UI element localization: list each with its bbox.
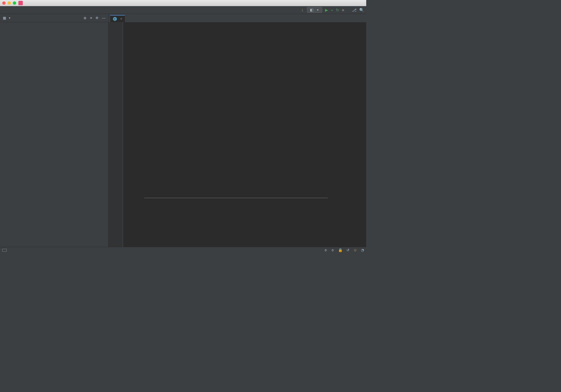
code-editor[interactable] <box>109 22 366 247</box>
fullscreen-window-button[interactable] <box>13 1 16 5</box>
lock-icon[interactable]: 🔒 <box>338 248 343 252</box>
run-icon[interactable]: ▶ <box>325 8 328 12</box>
titlebar <box>0 0 366 6</box>
class-file-icon: C <box>113 17 117 21</box>
editor-tabs: C × <box>109 14 366 22</box>
collapse-all-icon[interactable]: ≡ <box>90 16 92 20</box>
editor-tab[interactable]: C × <box>110 15 125 22</box>
gear-icon[interactable]: ✲ <box>95 16 99 20</box>
debug-icon[interactable]: ⌁ <box>331 8 333 12</box>
code-completion-popup[interactable] <box>144 198 328 198</box>
run-with-coverage-icon[interactable]: ↻ <box>336 8 339 12</box>
build-hammer-icon[interactable]: ⤹ <box>301 8 304 12</box>
close-tab-icon[interactable]: × <box>120 17 122 21</box>
search-everywhere-icon[interactable]: 🔍 <box>359 8 364 12</box>
editor-area: C × <box>109 14 366 247</box>
app-icon <box>18 1 23 5</box>
chevron-down-icon: ▼ <box>317 9 319 11</box>
line-separator[interactable]: ≑ <box>324 248 327 252</box>
scroll-to-source-icon[interactable]: ⊕ <box>83 16 87 20</box>
status-bar: ≑ ≑ 🔒 ↺ ☺ ◔ <box>0 247 366 253</box>
project-sidebar: ▦ ▼ ⊕ ≡ ✲ — <box>0 14 109 247</box>
breadcrumb-toolbar: ⤹ ◧ ▼ ▶ ⌁ ↻ ■ ⎇ 🔍 <box>0 6 366 14</box>
sync-icon[interactable]: ↺ <box>346 248 350 252</box>
memory-icon[interactable]: ◔ <box>361 248 364 252</box>
close-window-button[interactable] <box>2 1 6 5</box>
tool-windows-toggle-icon[interactable] <box>2 249 7 252</box>
stop-icon[interactable]: ■ <box>342 8 344 12</box>
run-config-select[interactable]: ◧ ▼ <box>307 7 322 13</box>
chevron-down-icon: ▼ <box>8 17 11 19</box>
encoding[interactable]: ≑ <box>331 248 334 252</box>
intellij-icon: ◧ <box>310 8 313 12</box>
git-icon[interactable]: ⎇ <box>352 8 356 12</box>
project-tool-title[interactable]: ▦ ▼ <box>3 16 11 20</box>
hector-icon[interactable]: ☺ <box>353 248 357 252</box>
hide-tool-icon[interactable]: — <box>102 16 105 20</box>
project-tree[interactable] <box>0 22 108 247</box>
minimize-window-button[interactable] <box>8 1 11 5</box>
box-icon: ▦ <box>3 16 6 20</box>
